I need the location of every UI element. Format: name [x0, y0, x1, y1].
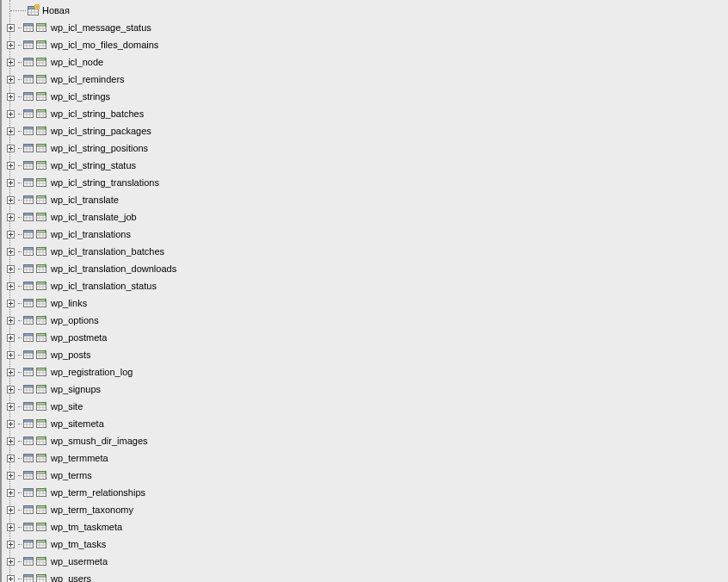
tree-item-label: wp_options: [51, 315, 99, 325]
tree-item-table[interactable]: wp_site: [2, 398, 728, 415]
expand-icon[interactable]: [7, 455, 15, 462]
expand-icon[interactable]: [7, 386, 15, 393]
tree-item-table[interactable]: wp_termmeta: [2, 449, 728, 467]
expand-icon[interactable]: [7, 575, 15, 583]
tree-item-table[interactable]: wp_signups: [2, 381, 728, 398]
tree-item-label: wp_icl_translations: [51, 229, 131, 239]
tree-item-table[interactable]: wp_links: [2, 294, 728, 312]
expand-icon[interactable]: [7, 76, 15, 84]
tree-item-label: wp_icl_node: [51, 57, 103, 67]
expand-icon[interactable]: [7, 489, 15, 497]
expand-icon[interactable]: [7, 420, 15, 428]
table-icon: [23, 160, 35, 170]
table-data-icon: [36, 177, 48, 188]
expand-icon[interactable]: [7, 437, 15, 445]
table-icon: [23, 40, 35, 50]
table-data-icon: [36, 40, 48, 50]
table-icon: [23, 212, 35, 222]
tree-item-table[interactable]: wp_usermeta: [2, 553, 728, 570]
expand-icon[interactable]: [7, 403, 15, 411]
expand-icon[interactable]: [7, 179, 15, 187]
tree-item-table[interactable]: wp_sitemeta: [2, 415, 728, 432]
tree-item-table[interactable]: wp_icl_translate: [2, 191, 728, 208]
table-icon: [23, 22, 35, 33]
tree-item-label: wp_icl_strings: [51, 91, 110, 102]
expand-icon[interactable]: [7, 523, 15, 531]
expand-icon[interactable]: [7, 41, 15, 49]
expand-icon[interactable]: [7, 300, 15, 307]
table-icon: [23, 556, 35, 567]
table-icon: [23, 418, 35, 429]
tree-item-table[interactable]: wp_icl_mo_files_domains: [2, 36, 728, 53]
tree-item-label: wp_icl_translation_batches: [51, 246, 164, 257]
expand-icon[interactable]: [7, 282, 15, 290]
tree-item-label: wp_site: [51, 401, 83, 412]
table-data-icon: [36, 384, 48, 394]
tree-item-table[interactable]: wp_icl_node: [2, 53, 728, 71]
tree-item-table[interactable]: wp_icl_translation_status: [2, 277, 728, 294]
expand-icon[interactable]: [7, 127, 15, 135]
expand-icon[interactable]: [7, 214, 15, 221]
tree-item-table[interactable]: wp_icl_string_status: [2, 157, 728, 174]
table-icon: [23, 108, 35, 119]
table-icon: [23, 195, 35, 205]
table-data-icon: [36, 298, 48, 308]
tree-item-table[interactable]: wp_icl_translation_downloads: [2, 260, 728, 277]
table-icon: [23, 487, 35, 498]
tree-item-table[interactable]: wp_icl_reminders: [2, 71, 728, 88]
expand-icon[interactable]: [7, 472, 15, 480]
expand-icon[interactable]: [7, 162, 15, 170]
tree-item-table[interactable]: wp_icl_string_translations: [2, 174, 728, 191]
table-data-icon: [36, 143, 48, 153]
expand-icon[interactable]: [7, 368, 15, 376]
tree-item-table[interactable]: wp_registration_log: [2, 363, 728, 381]
tree-item-table[interactable]: wp_term_relationships: [2, 484, 728, 501]
tree-item-table[interactable]: wp_options: [2, 312, 728, 329]
expand-icon[interactable]: [7, 317, 15, 325]
expand-icon[interactable]: [7, 196, 15, 204]
tree-item-table[interactable]: wp_posts: [2, 346, 728, 363]
table-data-icon: [36, 281, 48, 291]
tree-item-table[interactable]: wp_icl_translate_job: [2, 208, 728, 226]
table-icon: [23, 436, 35, 446]
expand-icon[interactable]: [7, 231, 15, 238]
tree-item-label: wp_tm_taskmeta: [51, 522, 122, 532]
expand-icon[interactable]: [7, 145, 15, 152]
expand-icon[interactable]: [7, 59, 15, 66]
tree-item-table[interactable]: wp_icl_string_positions: [2, 139, 728, 157]
expand-icon[interactable]: [7, 334, 15, 342]
tree-item-table[interactable]: wp_smush_dir_images: [2, 432, 728, 449]
tree-item-table[interactable]: wp_icl_translations: [2, 226, 728, 243]
table-data-icon: [36, 263, 48, 274]
expand-icon[interactable]: [7, 506, 15, 514]
tree-item-label: wp_icl_string_translations: [51, 177, 159, 188]
tree-item-new[interactable]: Новая: [2, 2, 728, 19]
tree-item-table[interactable]: wp_icl_message_status: [2, 19, 728, 36]
table-icon: [23, 246, 35, 257]
tree-item-label: wp_icl_translation_downloads: [51, 263, 176, 274]
table-icon: [23, 126, 35, 136]
tree-item-table[interactable]: wp_postmeta: [2, 329, 728, 346]
expand-icon[interactable]: [7, 24, 15, 32]
table-icon: [23, 315, 35, 325]
table-icon: [23, 350, 35, 360]
expand-icon[interactable]: [7, 265, 15, 273]
tree-item-table[interactable]: wp_icl_strings: [2, 88, 728, 105]
expand-icon[interactable]: [7, 558, 15, 566]
tree-item-table[interactable]: wp_terms: [2, 467, 728, 484]
expand-icon[interactable]: [7, 93, 15, 101]
table-icon: [23, 401, 35, 412]
expand-icon[interactable]: [7, 248, 15, 256]
tree-item-table[interactable]: wp_tm_tasks: [2, 536, 728, 553]
expand-icon[interactable]: [7, 541, 15, 548]
table-data-icon: [36, 332, 48, 343]
expand-icon[interactable]: [7, 351, 15, 359]
tree-item-table[interactable]: wp_tm_taskmeta: [2, 518, 728, 536]
tree-item-table[interactable]: wp_term_taxonomy: [2, 501, 728, 518]
tree-item-label: wp_sitemeta: [51, 418, 104, 429]
tree-item-table[interactable]: wp_users: [2, 570, 728, 582]
expand-icon[interactable]: [7, 110, 15, 118]
tree-item-table[interactable]: wp_icl_string_packages: [2, 122, 728, 139]
tree-item-table[interactable]: wp_icl_string_batches: [2, 105, 728, 122]
tree-item-table[interactable]: wp_icl_translation_batches: [2, 243, 728, 260]
